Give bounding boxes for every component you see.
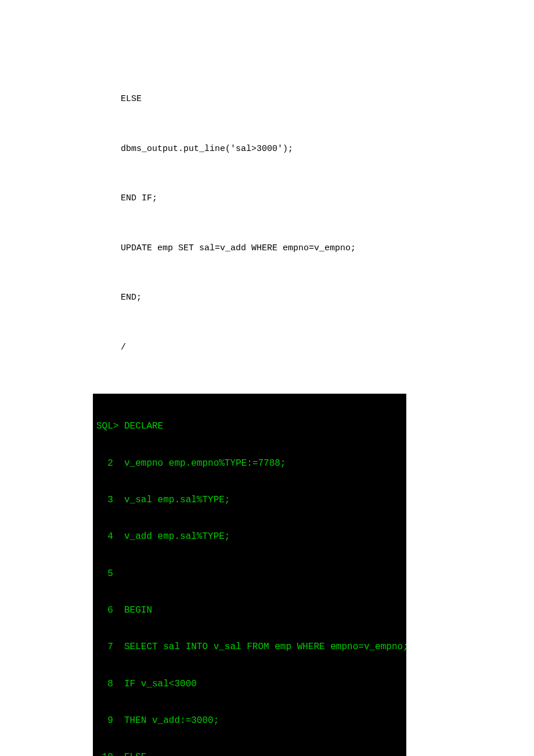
- code-line: ELSE: [121, 91, 441, 108]
- code-line: /: [121, 340, 441, 357]
- terminal-line: 10 ELSE: [96, 751, 403, 756]
- terminal-line: 6 BEGIN: [96, 604, 403, 617]
- code-line: UPDATE emp SET sal=v_add WHERE empno=v_e…: [121, 240, 441, 257]
- terminal-line: 5: [96, 568, 403, 580]
- terminal-line: 7 SELECT sal INTO v_sal FROM emp WHERE e…: [96, 641, 403, 653]
- document-page: ELSE dbms_output.put_line('sal>3000'); E…: [0, 0, 534, 756]
- code-block-top: ELSE dbms_output.put_line('sal>3000'); E…: [93, 58, 441, 389]
- terminal-line: 2 v_empno emp.empno%TYPE:=7788;: [96, 458, 403, 470]
- code-line: END;: [121, 290, 441, 307]
- code-line: dbms_output.put_line('sal>3000');: [121, 141, 441, 158]
- terminal-line: 8 IF v_sal<3000: [96, 678, 403, 690]
- terminal-line: 9 THEN v_add:=3000;: [96, 715, 403, 727]
- terminal-line: 3 v_sal emp.sal%TYPE;: [96, 494, 403, 506]
- terminal-line: 4 v_add emp.sal%TYPE;: [96, 531, 403, 543]
- code-line: END IF;: [121, 190, 441, 207]
- terminal-output: SQL> DECLARE 2 v_empno emp.empno%TYPE:=7…: [93, 394, 406, 756]
- terminal-line: SQL> DECLARE: [96, 420, 403, 433]
